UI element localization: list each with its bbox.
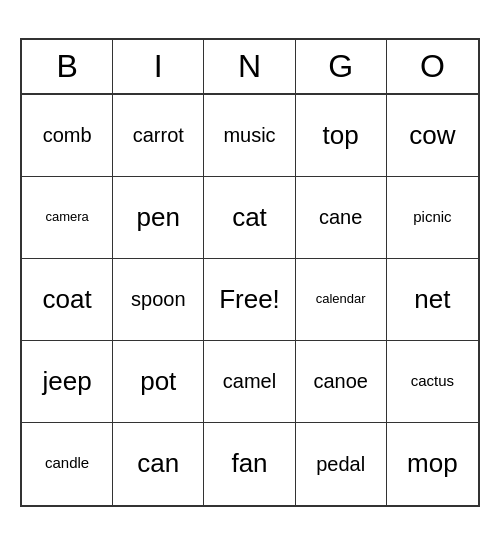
cell-text: cactus [411, 373, 454, 390]
cell-text: mop [407, 449, 458, 478]
cell-text: cat [232, 203, 267, 232]
bingo-card: BINGO combcarrotmusictopcowcamerapencatc… [20, 38, 480, 507]
cell-text: canoe [313, 370, 368, 392]
cell-text: pedal [316, 453, 365, 475]
bingo-cell: cow [387, 95, 478, 177]
cell-text: camera [45, 210, 88, 224]
cell-text: pot [140, 367, 176, 396]
cell-text: comb [43, 124, 92, 146]
bingo-cell: pot [113, 341, 204, 423]
bingo-cell: net [387, 259, 478, 341]
cell-text: carrot [133, 124, 184, 146]
header-letter: G [296, 40, 387, 93]
cell-text: jeep [43, 367, 92, 396]
bingo-cell: pedal [296, 423, 387, 505]
bingo-cell: can [113, 423, 204, 505]
cell-text: cane [319, 206, 362, 228]
header-letter: B [22, 40, 113, 93]
bingo-cell: cat [204, 177, 295, 259]
cell-text: coat [43, 285, 92, 314]
cell-text: picnic [413, 209, 451, 226]
bingo-cell: canoe [296, 341, 387, 423]
bingo-cell: comb [22, 95, 113, 177]
bingo-cell: Free! [204, 259, 295, 341]
bingo-header: BINGO [22, 40, 478, 95]
bingo-cell: cactus [387, 341, 478, 423]
cell-text: fan [231, 449, 267, 478]
cell-text: candle [45, 455, 89, 472]
bingo-cell: music [204, 95, 295, 177]
bingo-cell: candle [22, 423, 113, 505]
cell-text: spoon [131, 288, 186, 310]
bingo-cell: carrot [113, 95, 204, 177]
bingo-cell: mop [387, 423, 478, 505]
cell-text: music [223, 124, 275, 146]
header-letter: O [387, 40, 478, 93]
bingo-cell: spoon [113, 259, 204, 341]
header-letter: I [113, 40, 204, 93]
bingo-cell: top [296, 95, 387, 177]
bingo-cell: picnic [387, 177, 478, 259]
bingo-cell: cane [296, 177, 387, 259]
cell-text: pen [137, 203, 180, 232]
cell-text: calendar [316, 292, 366, 306]
cell-text: can [137, 449, 179, 478]
bingo-grid: combcarrotmusictopcowcamerapencatcanepic… [22, 95, 478, 505]
cell-text: camel [223, 370, 276, 392]
bingo-cell: pen [113, 177, 204, 259]
bingo-cell: camera [22, 177, 113, 259]
cell-text: net [414, 285, 450, 314]
header-letter: N [204, 40, 295, 93]
bingo-cell: fan [204, 423, 295, 505]
bingo-cell: camel [204, 341, 295, 423]
bingo-cell: jeep [22, 341, 113, 423]
cell-text: cow [409, 121, 455, 150]
cell-text: top [323, 121, 359, 150]
bingo-cell: calendar [296, 259, 387, 341]
bingo-cell: coat [22, 259, 113, 341]
cell-text: Free! [219, 285, 280, 314]
